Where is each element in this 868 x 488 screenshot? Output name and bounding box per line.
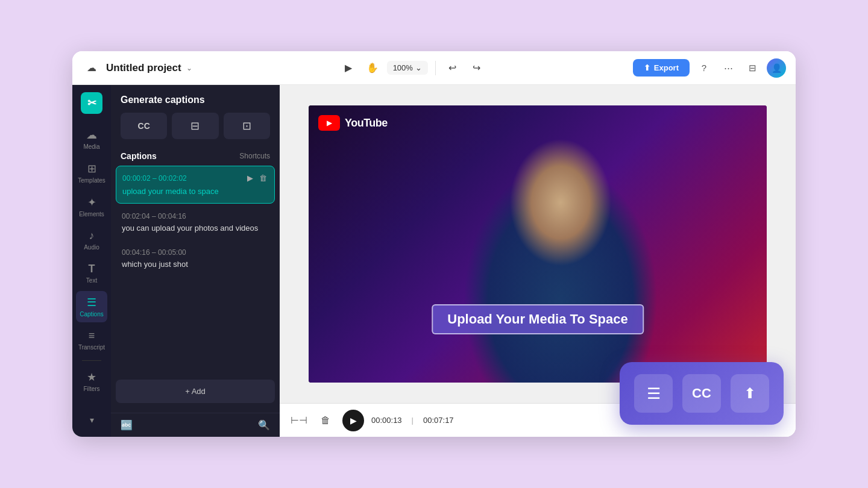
- caption-item[interactable]: 00:00:02 – 00:02:02 ▶ 🗑 upload your medi…: [116, 166, 275, 204]
- caption-text: upload your media to space: [122, 186, 268, 197]
- caption-time-row: 00:02:04 – 00:04:16: [122, 212, 269, 221]
- caption-overlay-text: Upload Your Media To Space: [447, 311, 628, 327]
- app-logo[interactable]: ✂: [81, 92, 102, 114]
- transcript-icon: ≡: [89, 330, 95, 342]
- play-triangle: ▶: [327, 119, 332, 127]
- sidebar-item-templates[interactable]: ⊞ Templates: [76, 157, 107, 189]
- transcript-label: Transcript: [78, 344, 105, 351]
- sidebar-item-media[interactable]: ☁ Media: [76, 124, 107, 155]
- caption-delete-button[interactable]: 🗑: [258, 172, 268, 184]
- hand-icon: ✋: [366, 62, 379, 74]
- youtube-icon: ▶: [318, 115, 340, 131]
- caption-timestamp: 00:04:16 – 00:05:00: [122, 248, 186, 257]
- video-background: ▶ YouTube Upload Your Media To Space: [309, 105, 767, 383]
- search-captions-button[interactable]: 🔍: [258, 419, 270, 431]
- youtube-logo: ▶ YouTube: [318, 115, 388, 131]
- caption-item[interactable]: 00:04:16 – 00:05:00 which you just shot: [116, 242, 275, 276]
- text-icon: T: [89, 263, 95, 275]
- sidebar-item-elements[interactable]: ✦ Elements: [76, 191, 107, 222]
- caption-time-row: 00:00:02 – 00:02:02 ▶ 🗑: [122, 172, 268, 184]
- search-icon: 🔍: [258, 420, 270, 430]
- video-preview[interactable]: ▶ YouTube Upload Your Media To Space: [309, 105, 767, 383]
- subtitles-icon: ☰: [647, 384, 661, 403]
- sidebar-item-text[interactable]: T Text: [76, 258, 107, 289]
- left-panel: Generate captions CC ⊟ ⊡ Captions Shortc…: [111, 85, 280, 437]
- play-button[interactable]: ▶: [342, 410, 364, 431]
- project-name[interactable]: Untitled project: [106, 62, 181, 74]
- cc-float-icon: CC: [692, 386, 711, 401]
- play-tool-button[interactable]: ▶: [339, 58, 358, 78]
- sidebar-item-audio[interactable]: ♪ Audio: [76, 225, 107, 255]
- media-label: Media: [83, 143, 99, 150]
- split-view-button[interactable]: ⊟: [743, 58, 762, 78]
- translate-icon: 🔤: [121, 420, 133, 430]
- floating-subtitles-button[interactable]: ☰: [634, 374, 673, 413]
- audio-icon: ♪: [89, 230, 95, 242]
- scan-mode-button[interactable]: ⊡: [224, 113, 270, 139]
- redo-button[interactable]: ↪: [467, 58, 486, 78]
- expand-icon: ▾: [90, 415, 94, 425]
- audio-label: Audio: [84, 244, 99, 251]
- cc-icon: CC: [138, 121, 150, 131]
- add-caption-button[interactable]: + Add: [116, 380, 275, 403]
- floating-upload-button[interactable]: ⬆: [731, 374, 769, 413]
- help-button[interactable]: ?: [694, 58, 714, 78]
- video-caption-overlay[interactable]: Upload Your Media To Space: [432, 304, 644, 334]
- caption-mode-buttons: CC ⊟ ⊡: [111, 113, 280, 146]
- save-to-cloud-button[interactable]: ☁: [82, 58, 101, 78]
- elements-icon: ✦: [87, 196, 96, 209]
- sidebar-item-expand[interactable]: ▾: [76, 410, 107, 430]
- export-upload-icon: ⬆: [644, 63, 650, 72]
- shortcuts-link[interactable]: Shortcuts: [239, 152, 270, 160]
- upload-icon: ⬆: [744, 385, 756, 402]
- cloud-icon: ☁: [87, 62, 96, 74]
- youtube-text: YouTube: [345, 117, 388, 130]
- sidebar-item-captions[interactable]: ☰ Captions: [76, 291, 107, 322]
- hand-tool-button[interactable]: ✋: [363, 58, 382, 78]
- undo-button[interactable]: ↩: [443, 58, 462, 78]
- avatar-icon: 👤: [772, 63, 782, 73]
- captions-icon: ☰: [87, 296, 96, 309]
- delete-clip-button[interactable]: 🗑: [316, 411, 335, 430]
- caption-timestamp: 00:02:04 – 00:04:16: [122, 212, 186, 221]
- filters-icon: ★: [87, 371, 96, 384]
- filters-label: Filters: [83, 386, 99, 392]
- more-icon: ⋯: [724, 63, 733, 74]
- caption-play-button[interactable]: ▶: [246, 172, 254, 184]
- header-divider: [435, 61, 436, 75]
- export-button[interactable]: ⬆ Export: [633, 59, 690, 77]
- panel-title: Generate captions: [111, 85, 280, 113]
- trim-icon: ⊢⊣: [291, 414, 307, 426]
- caption-actions: ▶ 🗑: [246, 172, 268, 184]
- header-left: ☁ Untitled project ⌄: [82, 58, 192, 78]
- sidebar-item-filters[interactable]: ★ Filters: [76, 366, 107, 397]
- play-icon: ▶: [345, 62, 352, 74]
- person-overlay: [309, 105, 767, 383]
- text-label: Text: [86, 277, 97, 284]
- play-icon: ▶: [350, 416, 357, 425]
- project-dropdown-icon[interactable]: ⌄: [186, 64, 192, 72]
- caption-item[interactable]: 00:02:04 – 00:04:16 you can upload your …: [116, 206, 275, 240]
- app-header: ☁ Untitled project ⌄ ▶ ✋ 100% ⌄ ↩ ↪: [72, 51, 796, 85]
- caption-text: which you just shot: [122, 259, 269, 270]
- main-body: ✂ ☁ Media ⊞ Templates ✦ Elements ♪ Audio…: [72, 85, 796, 437]
- floating-cc-button[interactable]: CC: [682, 374, 721, 413]
- trim-button[interactable]: ⊢⊣: [289, 411, 309, 430]
- split-icon: ⊟: [749, 63, 756, 74]
- caption-time-row: 00:04:16 – 00:05:00: [122, 248, 269, 257]
- zoom-control[interactable]: 100% ⌄: [387, 61, 428, 75]
- user-avatar[interactable]: 👤: [767, 58, 786, 78]
- subtitle-mode-button[interactable]: ⊟: [172, 113, 218, 139]
- more-options-button[interactable]: ⋯: [719, 58, 738, 78]
- cc-mode-button[interactable]: CC: [121, 113, 167, 139]
- templates-label: Templates: [78, 177, 105, 184]
- caption-timestamp: 00:00:02 – 00:02:02: [122, 174, 187, 183]
- translate-button[interactable]: 🔤: [121, 419, 133, 431]
- logo-icon: ✂: [87, 96, 96, 110]
- floating-panel: ☰ CC ⬆: [620, 362, 784, 425]
- undo-icon: ↩: [448, 62, 456, 74]
- sidebar-item-transcript[interactable]: ≡ Transcript: [76, 325, 107, 355]
- captions-section-title: Captions: [121, 151, 157, 161]
- header-right: ⬆ Export ? ⋯ ⊟ 👤: [633, 58, 786, 78]
- delete-icon: 🗑: [321, 415, 330, 426]
